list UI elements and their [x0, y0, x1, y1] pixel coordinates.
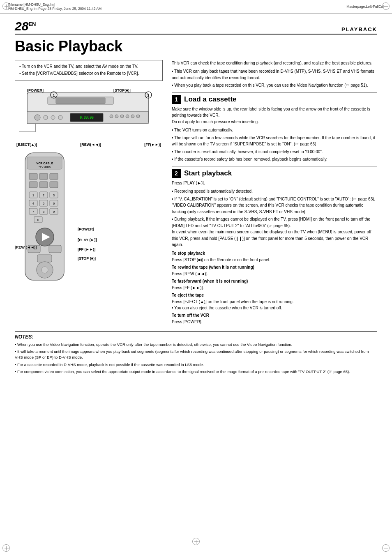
svg-text:1: 1 [32, 193, 35, 197]
remote-area: VCR CABLE *TV /DBS 1 [15, 151, 163, 282]
remote-illustration: VCR CABLE *TV /DBS 1 [15, 151, 74, 282]
section1-body: Make sure the window side is up, the rea… [172, 106, 377, 125]
remote-ff-label: [FF (►►)] [78, 245, 97, 254]
svg-rect-32 [39, 182, 48, 188]
notes-item-4: For component video connection, you can … [15, 369, 377, 375]
intro-bullet-1: Turn on the VCR and the TV, and select t… [19, 63, 158, 70]
remote-power-label: [POWER] [78, 225, 97, 234]
action-stop: To stop playback Press [STOP (■)] on the… [172, 250, 377, 263]
section2-bullet-1: Recording speed is automatically detecte… [172, 188, 377, 195]
svg-text:2: 2 [43, 193, 45, 197]
illustration-wrap: 0:00:00 1 [15, 87, 163, 282]
section2-bullet-2: If "V. CALIBRATION" is set to "ON" (defa… [172, 196, 377, 215]
section2-num: 2 [172, 169, 181, 178]
action-ff: To fast-forward (when it is not running)… [172, 278, 377, 291]
right-intro-bullet-1: This VCR can play back tapes that have b… [172, 68, 377, 81]
svg-rect-57 [49, 245, 61, 253]
section2-header: 2 Start playback [172, 169, 377, 178]
svg-rect-58 [37, 255, 52, 262]
bottom-center-crosshair [192, 538, 200, 546]
section1-bullet-3: The counter is reset automatically, howe… [172, 149, 377, 155]
svg-text:9: 9 [53, 210, 55, 214]
header-filename: Filename [HM-DH5U_Eng.fm] HM-DH5U_Eng.fm… [8, 2, 101, 11]
action-rewind: To rewind the tape (when it is not runni… [172, 264, 377, 277]
svg-text:6: 6 [53, 202, 55, 205]
svg-text:VCR  CABLE: VCR CABLE [37, 162, 53, 165]
section1-bullet-1: The VCR turns on automatically. [172, 127, 377, 134]
section1-title: Load a cassette [184, 95, 237, 104]
corner-crosshair-tr [382, 2, 390, 11]
remote-rew-label: [REW (◄◄)] [15, 245, 37, 249]
remote-labels: [POWER] [PLAY (►)] [FF (►►)] [STOP (■)] [78, 151, 97, 263]
right-intro-bullets: This VCR can play back tapes that have b… [172, 68, 377, 89]
svg-text:1: 1 [53, 93, 55, 97]
svg-rect-29 [39, 173, 48, 180]
notes-section: NOTES: When you use the Video Navigation… [15, 331, 377, 375]
notes-title: NOTES: [15, 334, 377, 340]
svg-text:*TV  /DBS: *TV /DBS [39, 166, 51, 168]
right-intro-bullet-2: When you play back a tape recorded on th… [172, 82, 377, 89]
corner-crosshair-bl [2, 544, 10, 553]
svg-rect-28 [29, 173, 37, 180]
section2-bullets: Recording speed is automatically detecte… [172, 188, 377, 248]
content-area: 28EN PLAYBACK Basic Playback Turn on the… [0, 14, 392, 384]
body-layout: Turn on the VCR and the TV, and select t… [15, 60, 377, 326]
full-page: Filename [HM-DH5U_Eng.fm] HM-DH5U_Eng.fm… [0, 0, 392, 555]
svg-point-7 [58, 115, 62, 120]
action-eject: To eject the tape Press [EJECT (▲)] on t… [172, 292, 377, 311]
page-number: 28EN [15, 20, 36, 32]
section1-bullet-4: If the cassette's record safety tab has … [172, 156, 377, 163]
svg-rect-2 [56, 98, 105, 104]
svg-point-13 [126, 115, 129, 118]
section1-bullet-2: The tape will run for a few seconds whil… [172, 135, 377, 147]
corner-crosshair-br [382, 544, 390, 553]
svg-point-5 [44, 115, 48, 120]
svg-point-6 [51, 115, 55, 120]
svg-text:2: 2 [147, 93, 149, 97]
left-column: Turn on the VCR and the TV, and select t… [15, 60, 163, 326]
ff-label: [FF(►►)] [144, 143, 161, 147]
right-column: This VCR can check the tape condition du… [172, 60, 377, 326]
section1-bullets: The VCR turns on automatically. The tape… [172, 127, 377, 163]
svg-rect-31 [29, 182, 37, 188]
section2-divider [172, 166, 377, 166]
svg-point-15 [136, 115, 140, 118]
svg-point-11 [115, 115, 118, 118]
page-chapter: PLAYBACK [341, 26, 377, 32]
action-power-off: To turn off the VCR Press [POWER]. [172, 312, 377, 325]
notes-body: When you use the Video Navigation functi… [15, 342, 377, 375]
svg-text:4: 4 [32, 202, 35, 205]
vcr-illustration: 0:00:00 1 [15, 87, 161, 140]
vcr-bottom-labels: [EJECT(▲)] [REW(◄◄)] [FF(►►)] [15, 143, 163, 147]
svg-text:8: 8 [43, 210, 45, 214]
rew-label: [REW(◄◄)] [80, 143, 101, 147]
svg-point-14 [131, 115, 134, 118]
section1-header: 1 Load a cassette [172, 95, 377, 104]
article-title: Basic Playback [15, 39, 377, 54]
remote-play-label: [PLAY (►)] [78, 235, 97, 245]
svg-point-10 [110, 115, 113, 118]
svg-text:5: 5 [43, 202, 45, 205]
svg-text:[STOP(■)]: [STOP(■)] [113, 88, 131, 92]
svg-point-60 [42, 267, 48, 273]
top-bar: Filename [HM-DH5U_Eng.fm] HM-DH5U_Eng.fm… [0, 0, 392, 14]
header-masterpage: Masterpage:Left-FullCol [346, 5, 384, 9]
svg-text:3: 3 [53, 193, 55, 197]
svg-text:0: 0 [37, 218, 39, 222]
svg-rect-33 [50, 182, 58, 188]
intro-box: Turn on the VCR and the TV, and select t… [15, 60, 163, 81]
section1-num: 1 [172, 95, 181, 104]
notes-item-2: It will take a moment until the image ap… [15, 349, 377, 361]
section2-title: Start playback [184, 169, 232, 177]
notes-item-3: For a cassette recorded in D-VHS mode, p… [15, 362, 377, 368]
eject-label: [EJECT(▲)] [16, 143, 37, 147]
section2-press: Press [PLAY (►)]. [172, 180, 377, 187]
svg-text:[POWER]: [POWER] [27, 88, 44, 92]
right-intro-main: This VCR can check the tape condition du… [172, 60, 377, 67]
svg-point-4 [35, 115, 40, 120]
intro-bullet-2: Set the [VCR/TV/CABLE/DBS] selector on t… [19, 70, 158, 77]
section1-divider [172, 92, 377, 92]
corner-crosshair-tl [2, 2, 10, 11]
svg-text:7: 7 [32, 210, 35, 214]
section2-bullet-3: During playback, if the images cannot be… [172, 216, 377, 248]
